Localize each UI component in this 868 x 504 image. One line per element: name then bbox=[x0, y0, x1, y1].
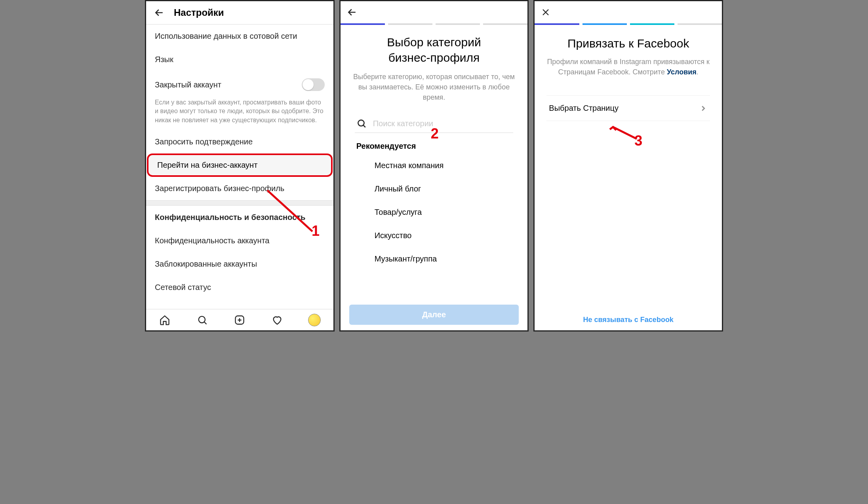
settings-list: Использование данных в сотовой сети Язык… bbox=[146, 25, 333, 309]
facebook-sub-tail: . bbox=[697, 68, 699, 76]
category-title-line1: Выбор категорий bbox=[387, 36, 481, 49]
back-icon[interactable] bbox=[346, 6, 358, 18]
private-account-toggle[interactable] bbox=[302, 78, 325, 91]
profile-avatar-icon[interactable] bbox=[308, 314, 321, 326]
phone-facebook: Привязать к Facebook Профили компаний в … bbox=[533, 0, 723, 332]
three-phone-layout: Настройки Использование данных в сотовой… bbox=[145, 0, 723, 332]
settings-title: Настройки bbox=[174, 7, 224, 18]
phone-category: Выбор категорий бизнес-профиля Выберите … bbox=[339, 0, 529, 332]
add-post-icon[interactable] bbox=[233, 314, 246, 326]
category-title-line2: бизнес-профиля bbox=[388, 51, 480, 64]
category-header bbox=[341, 1, 528, 23]
section-header-privacy: Конфиденциальность и безопасность bbox=[146, 206, 333, 229]
facebook-header bbox=[535, 1, 722, 23]
bottom-tab-bar bbox=[146, 309, 333, 330]
home-icon[interactable] bbox=[158, 314, 171, 326]
category-search-input[interactable] bbox=[373, 119, 512, 128]
facebook-subtitle: Профили компаний в Instagram привязывают… bbox=[546, 57, 710, 77]
category-list: Местная компания Личный блог Товар/услуг… bbox=[352, 154, 516, 271]
settings-item-language[interactable]: Язык bbox=[146, 48, 333, 71]
category-search[interactable] bbox=[355, 114, 514, 133]
next-button[interactable]: Далее bbox=[349, 305, 519, 325]
choose-page-label: Выбрать Страницу bbox=[549, 104, 619, 113]
terms-link[interactable]: Условия bbox=[667, 68, 697, 76]
choose-page-row[interactable]: Выбрать Страницу bbox=[546, 95, 710, 121]
close-icon[interactable] bbox=[540, 7, 551, 18]
facebook-body: Привязать к Facebook Профили компаний в … bbox=[535, 25, 722, 121]
category-title: Выбор категорий бизнес-профиля bbox=[352, 34, 516, 65]
phone-settings: Настройки Использование данных в сотовой… bbox=[145, 0, 335, 332]
search-tab-icon[interactable] bbox=[196, 314, 209, 326]
section-divider bbox=[146, 200, 333, 206]
recommended-header: Рекомендуется bbox=[352, 133, 516, 154]
chevron-right-icon bbox=[699, 104, 708, 113]
settings-header: Настройки bbox=[146, 1, 333, 25]
settings-item-switch-business[interactable]: Перейти на бизнес-аккаунт bbox=[147, 153, 333, 177]
settings-item-request-verification[interactable]: Запросить подтверждение bbox=[146, 130, 333, 153]
settings-item-blocked-accounts[interactable]: Заблокированные аккаунты bbox=[146, 252, 333, 276]
category-item[interactable]: Искусство bbox=[352, 224, 516, 247]
category-body: Выбор категорий бизнес-профиля Выберите … bbox=[341, 25, 528, 271]
category-item[interactable]: Местная компания bbox=[352, 154, 516, 177]
category-item[interactable]: Товар/услуга bbox=[352, 201, 516, 224]
svg-point-0 bbox=[198, 316, 205, 322]
annotation-number-3: 3 bbox=[634, 133, 642, 149]
avatar bbox=[308, 314, 321, 326]
back-icon[interactable] bbox=[153, 7, 165, 19]
settings-item-network-status[interactable]: Сетевой статус bbox=[146, 276, 333, 299]
svg-line-4 bbox=[613, 127, 637, 139]
svg-point-3 bbox=[358, 120, 364, 126]
facebook-title: Привязать к Facebook bbox=[546, 37, 710, 50]
private-account-label: Закрытый аккаунт bbox=[155, 80, 221, 89]
settings-item-register-business[interactable]: Зарегистрировать бизнес-профиль bbox=[146, 177, 333, 200]
category-item[interactable]: Музыкант/группа bbox=[352, 247, 516, 271]
search-icon bbox=[356, 118, 367, 129]
category-item[interactable]: Личный блог bbox=[352, 177, 516, 201]
category-subtitle: Выберите категорию, которая описывает то… bbox=[352, 72, 516, 102]
settings-item-data-usage[interactable]: Использование данных в сотовой сети bbox=[146, 25, 333, 48]
skip-facebook-link[interactable]: Не связывать с Facebook bbox=[535, 316, 722, 324]
settings-item-private-account[interactable]: Закрытый аккаунт bbox=[146, 71, 333, 98]
private-account-help: Если у вас закрытый аккаунт, просматрива… bbox=[146, 98, 333, 130]
activity-heart-icon[interactable] bbox=[271, 314, 284, 326]
settings-item-account-privacy[interactable]: Конфиденциальность аккаунта bbox=[146, 229, 333, 252]
